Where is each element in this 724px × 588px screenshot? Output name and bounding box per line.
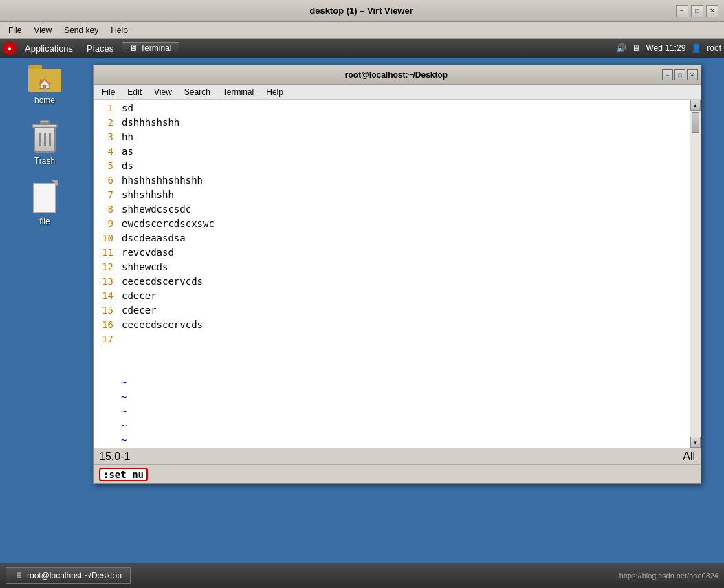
code-line: dshhhshshh [122, 116, 685, 130]
terminal-status-bar: 15,0-1 All [94, 448, 701, 464]
file-icon [31, 180, 58, 213]
gnome-terminal-btn[interactable]: 🖥 Terminal [122, 42, 179, 54]
gnome-panel: ● Applications Places 🖥 Terminal 🔊 🖥 Wed… [0, 39, 724, 58]
terminal-menu-search[interactable]: Search [179, 87, 216, 98]
line-numbers: 1234567891011121314151617 [94, 100, 118, 375]
outer-title-bar: desktop (1) – Virt Viewer − □ ✕ [0, 0, 724, 22]
terminal-title-bar: root@localhost:~/Desktop − □ ✕ [94, 65, 701, 85]
house-symbol: 🏠 [36, 77, 53, 91]
line-number: 5 [94, 159, 113, 173]
home-folder-icon: 🏠 [28, 65, 61, 92]
outer-window-controls: − □ ✕ [676, 5, 718, 17]
status-position: 15,0-1 [99, 450, 130, 463]
trash-line [49, 133, 51, 146]
code-line: shhewdcscsdc [122, 202, 685, 217]
outer-maximize-btn[interactable]: □ [691, 5, 703, 17]
desktop: 🏠 home Trash [0, 58, 724, 563]
line-number: 10 [94, 231, 113, 246]
line-number: 12 [94, 260, 113, 274]
code-line: dscdeaasdsa [122, 231, 685, 246]
line-number: 6 [94, 173, 113, 188]
outer-menu-bar: File View Send key Help [0, 22, 724, 39]
terminal-minimize-btn[interactable]: − [662, 69, 673, 80]
network-icon[interactable]: 🖥 [632, 43, 640, 53]
terminal-close-btn[interactable]: ✕ [687, 69, 698, 80]
desktop-icon-trash[interactable]: Trash [17, 120, 72, 166]
outer-menu-view[interactable]: View [28, 24, 57, 36]
code-line: cececdscervcds [122, 318, 685, 332]
taskbar-url: https://blog.csdn.net/aho0324 [619, 571, 718, 580]
line-number: 16 [94, 318, 113, 332]
outer-menu-file[interactable]: File [3, 24, 27, 36]
line-number: 15 [94, 303, 113, 318]
terminal-menu-edit[interactable]: Edit [122, 87, 147, 98]
outer-menu-help[interactable]: Help [105, 24, 133, 36]
code-line: as [122, 144, 685, 159]
trash-line [39, 133, 41, 146]
code-line: ewcdscercdscxswc [122, 217, 685, 231]
code-line: shhshhshh [122, 188, 685, 202]
outer-window-title: desktop (1) – Virt Viewer [47, 6, 676, 16]
desktop-icons-panel: 🏠 home Trash [0, 58, 89, 563]
outer-menu-sendkey[interactable]: Send key [58, 24, 104, 36]
line-number: 17 [94, 332, 113, 347]
scrollbar[interactable]: ▲ ▼ [690, 100, 701, 448]
gnome-places[interactable]: Places [81, 42, 119, 55]
scrollbar-up-btn[interactable]: ▲ [690, 100, 701, 111]
gnome-user: root [707, 43, 721, 53]
line-number: 13 [94, 274, 113, 289]
terminal-menu-help[interactable]: Help [261, 87, 289, 98]
scrollbar-down-btn[interactable]: ▼ [690, 437, 701, 448]
tilde-area: ~~~~~ [94, 375, 690, 448]
trash-icon [31, 120, 58, 153]
terminal-icon: 🖥 [129, 43, 138, 53]
terminal-window-title: root@localhost:~/Desktop [131, 70, 662, 80]
file-body [33, 183, 56, 213]
line-number: 9 [94, 217, 113, 231]
line-number: 7 [94, 188, 113, 202]
terminal-cmdline: :set nu [94, 464, 701, 483]
trash-body [34, 127, 56, 153]
home-icon-label: home [32, 95, 58, 106]
terminal-menu-file[interactable]: File [96, 87, 120, 98]
line-number: 11 [94, 246, 113, 260]
desktop-icon-home[interactable]: 🏠 home [17, 65, 72, 106]
taskbar-terminal-item[interactable]: 🖥 root@localhost:~/Desktop [6, 567, 131, 584]
code-line: revcvdasd [122, 246, 685, 260]
line-number: 4 [94, 144, 113, 159]
gnome-time: Wed 11:29 [646, 43, 685, 53]
tilde-line: ~ [121, 404, 685, 419]
code-line: hhshhshhshhshh [122, 173, 685, 188]
line-number: 1 [94, 101, 113, 116]
code-line: cdecer [122, 289, 685, 303]
sound-icon[interactable]: 🔊 [616, 43, 626, 53]
tilde-line: ~ [121, 375, 685, 390]
gnome-panel-left: ● Applications Places 🖥 Terminal [3, 41, 179, 55]
terminal-menu-terminal[interactable]: Terminal [217, 87, 259, 98]
terminal-menu-view[interactable]: View [149, 87, 177, 98]
trash-icon-label: Trash [32, 155, 58, 166]
code-line: hh [122, 130, 685, 144]
outer-minimize-btn[interactable]: − [676, 5, 688, 17]
status-all: All [683, 450, 695, 463]
trash-line [44, 133, 46, 146]
taskbar: 🖥 root@localhost:~/Desktop https://blog.… [0, 563, 724, 588]
code-line: sd [122, 101, 685, 116]
gnome-app-icon: ● [3, 41, 17, 55]
file-icon-label: file [36, 216, 52, 227]
tilde-line: ~ [121, 390, 685, 404]
terminal-maximize-btn[interactable]: □ [674, 69, 685, 80]
terminal-code-area: 1234567891011121314151617 sddshhhshshhhh… [94, 100, 690, 375]
tilde-line: ~ [121, 419, 685, 433]
code-line: cececdscervcds [122, 274, 685, 289]
line-number: 14 [94, 289, 113, 303]
cmd-highlight-text: :set nu [99, 468, 148, 481]
scrollbar-thumb[interactable] [692, 112, 699, 133]
taskbar-right-info: https://blog.csdn.net/aho0324 [619, 571, 718, 580]
user-icon[interactable]: 👤 [691, 43, 701, 53]
desktop-icon-file[interactable]: file [17, 180, 72, 227]
gnome-applications[interactable]: Applications [19, 42, 78, 55]
line-number: 3 [94, 130, 113, 144]
scrollbar-track [690, 111, 701, 437]
outer-close-btn[interactable]: ✕ [706, 5, 718, 17]
